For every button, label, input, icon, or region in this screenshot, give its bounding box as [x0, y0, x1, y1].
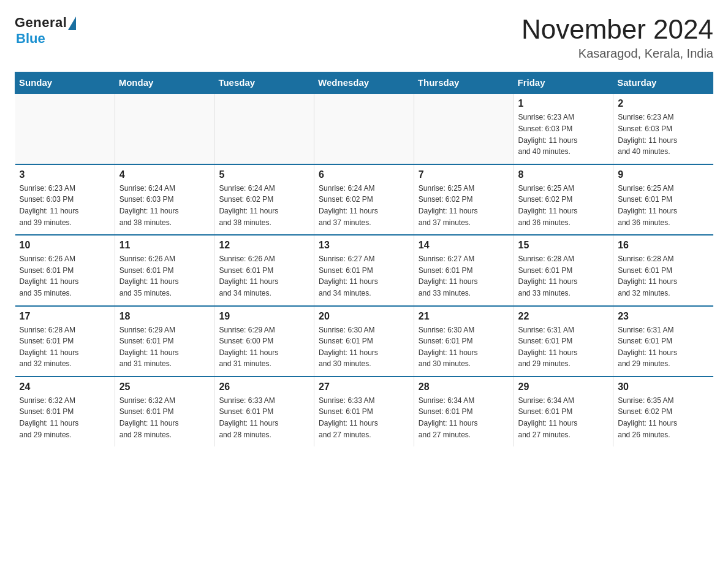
day-info: Sunrise: 6:26 AM Sunset: 6:01 PM Dayligh… — [119, 253, 210, 299]
day-info: Sunrise: 6:34 AM Sunset: 6:01 PM Dayligh… — [518, 395, 609, 440]
day-info: Sunrise: 6:26 AM Sunset: 6:01 PM Dayligh… — [219, 253, 309, 299]
day-number: 11 — [119, 240, 210, 251]
day-number: 17 — [20, 311, 110, 322]
day-number: 20 — [319, 311, 409, 322]
day-of-week-thursday: Thursday — [414, 72, 514, 94]
day-info: Sunrise: 6:33 AM Sunset: 6:01 PM Dayligh… — [319, 395, 409, 440]
day-of-week-wednesday: Wednesday — [314, 72, 414, 94]
day-number: 9 — [618, 169, 708, 180]
day-of-week-sunday: Sunday — [15, 72, 115, 94]
calendar-cell: 9Sunrise: 6:25 AM Sunset: 6:01 PM Daylig… — [613, 164, 713, 235]
day-info: Sunrise: 6:26 AM Sunset: 6:01 PM Dayligh… — [20, 253, 110, 299]
week-row-2: 3Sunrise: 6:23 AM Sunset: 6:03 PM Daylig… — [15, 164, 713, 235]
day-number: 27 — [319, 381, 409, 393]
calendar-cell: 27Sunrise: 6:33 AM Sunset: 6:01 PM Dayli… — [314, 377, 414, 446]
logo-blue-text: Blue — [16, 31, 45, 47]
calendar-cell — [115, 93, 214, 164]
day-info: Sunrise: 6:31 AM Sunset: 6:01 PM Dayligh… — [618, 324, 708, 370]
day-number: 13 — [319, 240, 409, 251]
day-number: 5 — [219, 169, 309, 180]
day-number: 7 — [419, 169, 509, 180]
day-of-week-monday: Monday — [115, 72, 214, 94]
day-number: 12 — [219, 240, 309, 251]
day-number: 23 — [618, 311, 708, 322]
day-info: Sunrise: 6:31 AM Sunset: 6:01 PM Dayligh… — [518, 324, 609, 370]
week-row-5: 24Sunrise: 6:32 AM Sunset: 6:01 PM Dayli… — [15, 377, 713, 446]
day-info: Sunrise: 6:29 AM Sunset: 6:00 PM Dayligh… — [219, 324, 309, 370]
calendar-cell: 16Sunrise: 6:28 AM Sunset: 6:01 PM Dayli… — [613, 235, 713, 305]
day-info: Sunrise: 6:23 AM Sunset: 6:03 PM Dayligh… — [20, 183, 110, 228]
calendar-cell: 21Sunrise: 6:30 AM Sunset: 6:01 PM Dayli… — [414, 306, 514, 377]
day-info: Sunrise: 6:23 AM Sunset: 6:03 PM Dayligh… — [618, 112, 708, 157]
calendar-cell: 23Sunrise: 6:31 AM Sunset: 6:01 PM Dayli… — [613, 306, 713, 377]
day-info: Sunrise: 6:30 AM Sunset: 6:01 PM Dayligh… — [319, 324, 409, 370]
calendar-cell: 30Sunrise: 6:35 AM Sunset: 6:02 PM Dayli… — [613, 377, 713, 446]
days-of-week-row: SundayMondayTuesdayWednesdayThursdayFrid… — [15, 72, 713, 94]
calendar-cell: 8Sunrise: 6:25 AM Sunset: 6:02 PM Daylig… — [514, 164, 613, 235]
day-number: 4 — [119, 169, 210, 180]
calendar-cell: 6Sunrise: 6:24 AM Sunset: 6:02 PM Daylig… — [314, 164, 414, 235]
day-info: Sunrise: 6:28 AM Sunset: 6:01 PM Dayligh… — [518, 253, 609, 299]
day-info: Sunrise: 6:24 AM Sunset: 6:02 PM Dayligh… — [219, 183, 309, 228]
calendar-cell: 4Sunrise: 6:24 AM Sunset: 6:03 PM Daylig… — [115, 164, 214, 235]
calendar-cell: 29Sunrise: 6:34 AM Sunset: 6:01 PM Dayli… — [514, 377, 613, 446]
calendar-cell: 22Sunrise: 6:31 AM Sunset: 6:01 PM Dayli… — [514, 306, 613, 377]
day-number: 19 — [219, 311, 309, 322]
day-info: Sunrise: 6:23 AM Sunset: 6:03 PM Dayligh… — [518, 112, 609, 157]
day-number: 24 — [20, 381, 110, 393]
calendar-cell: 17Sunrise: 6:28 AM Sunset: 6:01 PM Dayli… — [15, 306, 115, 377]
day-info: Sunrise: 6:25 AM Sunset: 6:02 PM Dayligh… — [419, 183, 509, 228]
calendar-cell: 26Sunrise: 6:33 AM Sunset: 6:01 PM Dayli… — [214, 377, 314, 446]
logo-triangle-icon — [68, 17, 76, 30]
day-number: 29 — [518, 381, 609, 393]
day-info: Sunrise: 6:32 AM Sunset: 6:01 PM Dayligh… — [119, 395, 210, 440]
day-info: Sunrise: 6:27 AM Sunset: 6:01 PM Dayligh… — [419, 253, 509, 299]
day-info: Sunrise: 6:28 AM Sunset: 6:01 PM Dayligh… — [618, 253, 708, 299]
day-info: Sunrise: 6:29 AM Sunset: 6:01 PM Dayligh… — [119, 324, 210, 370]
day-info: Sunrise: 6:35 AM Sunset: 6:02 PM Dayligh… — [618, 395, 708, 440]
calendar-cell: 10Sunrise: 6:26 AM Sunset: 6:01 PM Dayli… — [15, 235, 115, 305]
day-number: 25 — [119, 381, 210, 393]
calendar-cell: 2Sunrise: 6:23 AM Sunset: 6:03 PM Daylig… — [613, 93, 713, 164]
calendar-cell: 7Sunrise: 6:25 AM Sunset: 6:02 PM Daylig… — [414, 164, 514, 235]
day-number: 8 — [518, 169, 609, 180]
day-number: 10 — [20, 240, 110, 251]
calendar-cell: 18Sunrise: 6:29 AM Sunset: 6:01 PM Dayli… — [115, 306, 214, 377]
calendar-cell: 20Sunrise: 6:30 AM Sunset: 6:01 PM Dayli… — [314, 306, 414, 377]
logo-general-text: General — [15, 15, 67, 31]
day-number: 22 — [518, 311, 609, 322]
title-area: November 2024 Kasaragod, Kerala, India — [521, 15, 713, 61]
week-row-4: 17Sunrise: 6:28 AM Sunset: 6:01 PM Dayli… — [15, 306, 713, 377]
week-row-3: 10Sunrise: 6:26 AM Sunset: 6:01 PM Dayli… — [15, 235, 713, 305]
calendar-cell — [314, 93, 414, 164]
day-info: Sunrise: 6:28 AM Sunset: 6:01 PM Dayligh… — [20, 324, 110, 370]
day-info: Sunrise: 6:34 AM Sunset: 6:01 PM Dayligh… — [419, 395, 509, 440]
day-number: 16 — [618, 240, 708, 251]
day-number: 2 — [618, 98, 708, 109]
day-info: Sunrise: 6:25 AM Sunset: 6:01 PM Dayligh… — [618, 183, 708, 228]
day-number: 30 — [618, 381, 708, 393]
calendar-cell: 15Sunrise: 6:28 AM Sunset: 6:01 PM Dayli… — [514, 235, 613, 305]
day-number: 3 — [20, 169, 110, 180]
calendar-cell — [15, 93, 115, 164]
calendar-cell: 12Sunrise: 6:26 AM Sunset: 6:01 PM Dayli… — [214, 235, 314, 305]
logo: General Blue — [15, 15, 76, 47]
day-info: Sunrise: 6:33 AM Sunset: 6:01 PM Dayligh… — [219, 395, 309, 440]
calendar-cell: 25Sunrise: 6:32 AM Sunset: 6:01 PM Dayli… — [115, 377, 214, 446]
day-info: Sunrise: 6:30 AM Sunset: 6:01 PM Dayligh… — [419, 324, 509, 370]
day-number: 1 — [518, 98, 609, 109]
calendar-title: November 2024 — [521, 15, 713, 44]
calendar-cell: 24Sunrise: 6:32 AM Sunset: 6:01 PM Dayli… — [15, 377, 115, 446]
day-number: 6 — [319, 169, 409, 180]
calendar-cell — [414, 93, 514, 164]
day-number: 18 — [119, 311, 210, 322]
day-number: 21 — [419, 311, 509, 322]
day-of-week-saturday: Saturday — [613, 72, 713, 94]
calendar-cell: 5Sunrise: 6:24 AM Sunset: 6:02 PM Daylig… — [214, 164, 314, 235]
day-info: Sunrise: 6:25 AM Sunset: 6:02 PM Dayligh… — [518, 183, 609, 228]
week-row-1: 1Sunrise: 6:23 AM Sunset: 6:03 PM Daylig… — [15, 93, 713, 164]
calendar-cell: 13Sunrise: 6:27 AM Sunset: 6:01 PM Dayli… — [314, 235, 414, 305]
calendar-cell — [214, 93, 314, 164]
calendar-cell: 28Sunrise: 6:34 AM Sunset: 6:01 PM Dayli… — [414, 377, 514, 446]
day-number: 14 — [419, 240, 509, 251]
